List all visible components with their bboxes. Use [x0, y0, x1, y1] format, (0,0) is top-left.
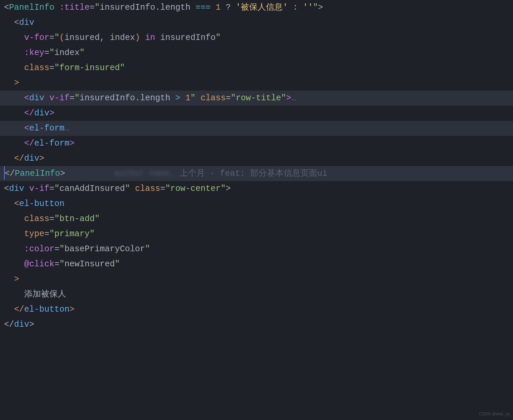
attr: :key — [24, 48, 44, 58]
bracket: </ — [24, 139, 34, 148]
bracket: </ — [24, 108, 34, 118]
component-name: PanelInfo — [15, 169, 60, 178]
attr: class — [135, 184, 160, 194]
code-line[interactable]: </el-form> — [0, 136, 513, 151]
text-content: 添加被保人 — [24, 290, 66, 299]
tag: el-form — [29, 123, 64, 133]
fold-marker[interactable]: … — [291, 93, 296, 103]
tag: el-button — [19, 199, 64, 209]
attr: class — [200, 93, 226, 103]
code-line[interactable]: class="btn-add" — [0, 211, 513, 226]
code-line[interactable]: <el-button — [0, 196, 513, 211]
attr: class — [24, 214, 49, 224]
watermark: CSDN @web_zq — [479, 411, 510, 418]
code-line[interactable]: > — [0, 75, 513, 91]
attr: class — [24, 63, 49, 73]
code-line[interactable]: <el-form… — [0, 121, 513, 136]
tag: div — [34, 108, 49, 118]
bracket: </ — [5, 169, 15, 178]
tag: el-button — [24, 305, 69, 314]
fold-marker[interactable]: … — [64, 123, 69, 133]
code-line[interactable]: type="primary" — [0, 226, 513, 242]
attr: :color — [24, 244, 54, 254]
bracket: < — [24, 123, 29, 133]
bracket: </ — [4, 320, 14, 329]
bracket: > — [14, 274, 19, 284]
attr: :title — [59, 3, 90, 12]
code-line[interactable]: <div — [0, 15, 513, 30]
component-name: PanelInfo — [9, 3, 54, 12]
code-line-active[interactable]: </PanelInfo>author name, 上个月 · feat: 部分基… — [0, 166, 513, 181]
code-line[interactable]: class="form-insured" — [0, 60, 513, 75]
attr: v-if — [29, 184, 49, 194]
git-blame-annotation: author name, 上个月 · feat: 部分基本信息页面ui — [114, 166, 327, 181]
tag: div — [14, 320, 29, 329]
attr: @click — [24, 259, 54, 269]
code-line[interactable]: </el-button> — [0, 302, 513, 317]
bracket: < — [14, 199, 19, 209]
code-line[interactable]: @click="newInsured" — [0, 257, 513, 272]
tag: div — [19, 18, 34, 28]
code-line[interactable]: <div v-if="canAddInsured" class="row-cen… — [0, 181, 513, 196]
code-line[interactable]: 添加被保人 — [0, 287, 513, 302]
bracket: > — [14, 78, 19, 88]
code-editor[interactable]: <PanelInfo :title="insuredInfo.length ==… — [0, 0, 513, 332]
code-line[interactable]: <PanelInfo :title="insuredInfo.length ==… — [0, 0, 513, 15]
bracket: < — [4, 3, 9, 12]
bracket: < — [4, 184, 9, 194]
attr: v-if — [49, 93, 69, 103]
tag: div — [24, 154, 39, 163]
code-line[interactable]: v-for="(insured, index) in insuredInfo" — [0, 30, 513, 45]
tag: div — [29, 93, 44, 103]
code-line[interactable]: </div> — [0, 151, 513, 166]
tag: div — [9, 184, 24, 194]
code-line[interactable]: :color="basePrimaryColor" — [0, 242, 513, 257]
bracket: </ — [14, 305, 24, 314]
bracket: </ — [14, 154, 24, 163]
code-line[interactable]: > — [0, 272, 513, 287]
code-line[interactable]: </div> — [0, 106, 513, 121]
code-line[interactable]: :key="index" — [0, 45, 513, 60]
attr: type — [24, 229, 44, 239]
code-line[interactable]: </div> — [0, 317, 513, 332]
attr: v-for — [24, 33, 49, 43]
bracket: < — [24, 93, 29, 103]
bracket: < — [14, 18, 19, 28]
code-line[interactable]: <div v-if="insuredInfo.length > 1" class… — [0, 91, 513, 106]
tag: el-form — [34, 139, 69, 148]
